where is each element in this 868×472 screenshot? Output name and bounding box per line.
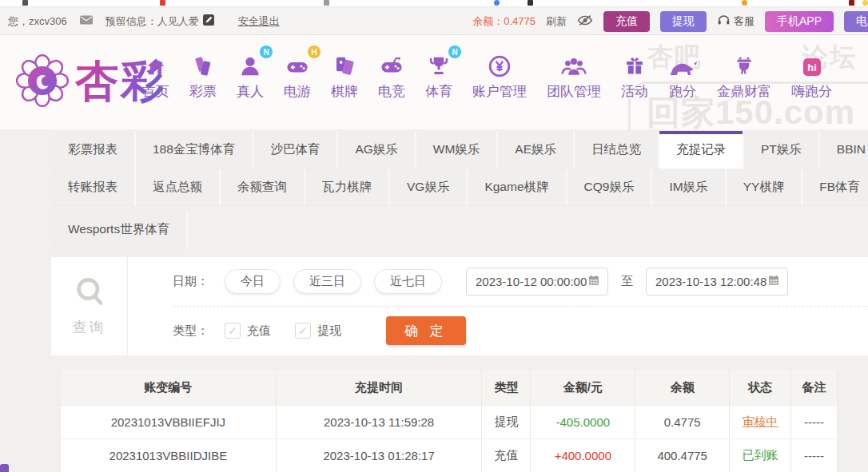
new-badge: N (260, 46, 273, 58)
nav-items: 首页 彩票 N 真人 H 电游 (142, 51, 832, 101)
nav-item-esports[interactable]: 电竞 (378, 51, 405, 101)
cards-icon (332, 51, 356, 78)
tab[interactable]: PT娱乐 (744, 131, 820, 169)
tab[interactable]: YY棋牌 (727, 169, 803, 206)
nav-item-egames[interactable]: H 电游 (284, 51, 311, 101)
nav-item-promotions[interactable]: 活动 (621, 51, 648, 101)
nav-item-home[interactable]: 首页 (142, 51, 169, 101)
date-from-value: 2023-10-12 00:00:00 (476, 275, 587, 288)
edge-button[interactable]: 电 (844, 11, 868, 32)
table-row: 20231013VBBIIEFJIJ2023-10-13 11:59:28提现-… (61, 405, 838, 438)
tab[interactable]: CQ9娱乐 (567, 169, 653, 206)
nav-item-boardgames[interactable]: 棋牌 (331, 51, 358, 101)
confirm-button[interactable]: 确 定 (386, 316, 466, 345)
range-3days-button[interactable]: 近三日 (293, 269, 361, 294)
deposit-checkbox-label: 充值 (247, 323, 271, 339)
date-filter-row: 日期： 今日 近三日 近七日 2023-10-12 00:00:00 至 202… (173, 257, 868, 306)
tab[interactable]: Kgame棋牌 (468, 169, 567, 206)
tab[interactable]: 转账报表 (51, 169, 136, 206)
date-from-input[interactable]: 2023-10-12 00:00:00 (466, 268, 608, 295)
table-cell-type: 提现 (482, 406, 531, 438)
type-filter-row: 类型： ✓ 充值 ✓ 提现 确 定 (173, 306, 868, 355)
live-person-icon: N (238, 51, 262, 78)
nav-item-paofen[interactable]: 跑分 (668, 51, 697, 101)
favicon-fragment (22, 0, 28, 6)
tab[interactable]: 瓦力棋牌 (305, 169, 390, 206)
table-header-cell: 账变编号 (61, 370, 277, 405)
mail-icon[interactable] (80, 15, 93, 27)
table-cell-status[interactable]: 审核中 (730, 406, 791, 438)
tab[interactable]: 充提记录 (659, 131, 744, 169)
table-header-row: 账变编号充提时间类型金额/元余额状态备注 (61, 370, 838, 405)
tab[interactable]: 余额查询 (221, 169, 305, 206)
tab[interactable]: BBIN (820, 131, 868, 169)
date-to-input[interactable]: 2023-10-13 12:00:48 (646, 268, 788, 295)
query-column: 查询 (51, 257, 128, 355)
range-7days-button[interactable]: 近七日 (374, 269, 442, 294)
withdraw-checkbox[interactable]: ✓ 提现 (295, 323, 341, 339)
nav-item-live[interactable]: N 真人 (237, 51, 264, 101)
table-cell-type: 充值 (482, 439, 531, 472)
nav-item-account[interactable]: 账户管理 (472, 51, 527, 101)
refresh-link[interactable]: 刷新 (546, 14, 567, 29)
eye-off-icon[interactable] (577, 14, 593, 29)
date-label: 日期： (173, 274, 209, 289)
tabs-row-2: 转账报表返点总额余额查询瓦力棋牌VG娱乐Kgame棋牌CQ9娱乐IM娱乐YY棋牌… (51, 169, 868, 206)
table-header-cell: 状态 (730, 370, 791, 405)
tab[interactable]: 返点总额 (136, 169, 221, 206)
tab[interactable]: 日结总览 (575, 131, 659, 169)
floating-widget-fragment[interactable] (0, 464, 9, 472)
tab[interactable]: VG娱乐 (390, 169, 468, 206)
deposit-button[interactable]: 充值 (603, 11, 650, 32)
tab[interactable]: AE娱乐 (498, 131, 575, 169)
date-to-value: 2023-10-13 12:00:48 (655, 275, 766, 288)
nav-item-team[interactable]: 团队管理 (547, 51, 601, 101)
deposit-checkbox[interactable]: ✓ 充值 (225, 323, 271, 339)
gift-icon (623, 51, 646, 78)
edit-icon[interactable] (203, 14, 214, 28)
nav-item-hipaofen[interactable]: hi 嗨跑分 (791, 51, 832, 101)
tab[interactable]: 188金宝博体育 (136, 131, 253, 169)
table-cell-balance: 400.4775 (635, 439, 730, 472)
tab[interactable]: Wesports世界体育 (51, 211, 188, 248)
table-cell-remark: ----- (791, 406, 838, 438)
table-cell-remark: ----- (791, 439, 838, 472)
type-label: 类型： (173, 323, 209, 339)
tab[interactable]: WM娱乐 (416, 131, 499, 169)
withdraw-button[interactable]: 提现 (660, 11, 707, 32)
favicon-fragment (494, 0, 500, 6)
customer-service-label: 客服 (734, 14, 755, 29)
slots-gamepad-icon: H (285, 51, 310, 78)
records-table: 账变编号充提时间类型金额/元余额状态备注 20231013VBBIIEFJIJ2… (60, 370, 838, 472)
table-cell-id: 20231013VBBIIDJIBE (61, 439, 277, 472)
mobile-app-button[interactable]: 手机APP (765, 11, 834, 32)
range-today-button[interactable]: 今日 (225, 269, 281, 294)
calendar-icon[interactable] (767, 274, 780, 289)
nav-item-jinding[interactable]: 金鼎财富 (717, 51, 771, 101)
logout-link[interactable]: 安全退出 (238, 14, 280, 29)
hot-badge: H (308, 46, 321, 58)
calendar-icon[interactable] (587, 274, 600, 289)
new-badge: N (448, 46, 461, 58)
withdraw-checkbox-label: 提现 (317, 323, 341, 339)
nav-item-sports[interactable]: N 体育 (425, 51, 452, 101)
table-header-cell: 充提时间 (277, 370, 483, 405)
hi-app-icon: hi (801, 51, 823, 78)
search-icon (74, 276, 106, 314)
reserved-info: 预留信息：人见人爱 (106, 14, 199, 29)
nav-item-lottery[interactable]: 彩票 (189, 51, 217, 101)
table-row: 20231013VBBIIDJIBE2023-10-13 01:28:17充值+… (61, 438, 838, 472)
tab[interactable]: FB体育 (802, 169, 868, 206)
favicon-fragment (849, 0, 854, 6)
tab[interactable]: IM娱乐 (652, 169, 726, 206)
table-cell-balance: 0.4775 (635, 406, 730, 438)
tab[interactable]: 沙巴体育 (253, 131, 338, 169)
favicon-fragment (862, 0, 868, 6)
tab[interactable]: AG娱乐 (338, 131, 416, 169)
table-body: 20231013VBBIIEFJIJ2023-10-13 11:59:28提现-… (61, 405, 838, 472)
tab[interactable]: 彩票报表 (51, 131, 136, 169)
team-icon (560, 51, 587, 78)
filter-panel: 查询 日期： 今日 近三日 近七日 2023-10-12 00:00:00 至 … (51, 257, 868, 355)
table-cell-id: 20231013VBBIIEFJIJ (61, 406, 277, 438)
customer-service[interactable]: 客服 (717, 14, 755, 29)
